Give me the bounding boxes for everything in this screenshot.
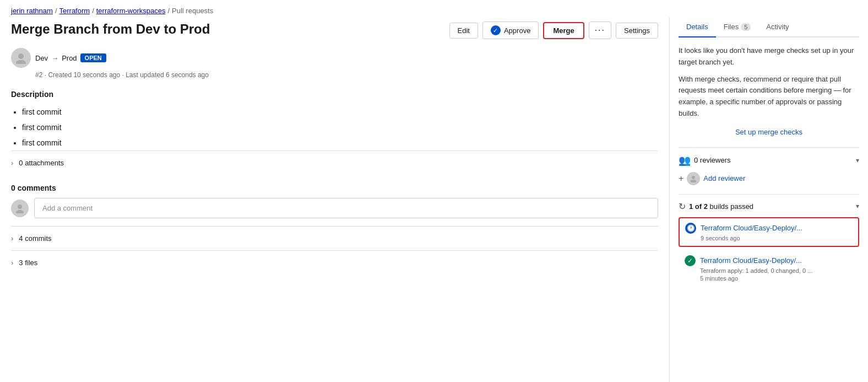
files-badge: 5: [741, 23, 751, 31]
commits-section[interactable]: › 4 commits: [11, 226, 658, 250]
branch-info: Dev → Prod OPEN: [35, 53, 106, 62]
breadcrumb-repo[interactable]: Terraform: [59, 7, 90, 15]
attachments-section[interactable]: › 0 attachments: [11, 150, 658, 175]
merge-checks-anchor[interactable]: Set up merge checks: [735, 128, 802, 136]
commits-count: 4 commits: [19, 234, 51, 243]
breadcrumb-subrepo[interactable]: terraform-workspaces: [96, 7, 166, 15]
divider-1: [679, 147, 859, 148]
tab-activity[interactable]: Activity: [758, 17, 796, 37]
branch-arrow: →: [51, 54, 58, 62]
breadcrumb: jerin rathnam / Terraform / terraform-wo…: [0, 0, 868, 17]
source-branch: Dev: [35, 54, 48, 62]
pr-sub-meta: #2 · Created 10 seconds ago · Last updat…: [35, 71, 658, 79]
comments-section: 0 comments Add a comment: [11, 184, 658, 218]
list-item: first commit: [22, 135, 658, 150]
svg-point-3: [16, 210, 24, 213]
info-text-1: It looks like you don't have merge check…: [679, 45, 859, 68]
reviewers-count: 0 reviewers: [694, 156, 730, 164]
breadcrumb-section: Pull requests: [172, 7, 213, 15]
files-count: 3 files: [19, 259, 37, 267]
reviewers-row: 👥 0 reviewers ▾: [679, 154, 859, 166]
files-section[interactable]: › 3 files: [11, 250, 658, 275]
right-panel: Details Files5 Activity It looks like yo…: [670, 17, 868, 382]
build-name-2: Terraform Cloud/Easy-Deploy/...: [700, 256, 853, 265]
chevron-right-icon: ›: [11, 159, 13, 167]
reviewer-avatar: [687, 172, 700, 185]
build-name-1: Terraform Cloud/Easy-Deploy/...: [701, 224, 853, 232]
svg-point-4: [692, 176, 695, 179]
approve-check-icon: ✓: [491, 25, 501, 35]
tab-details[interactable]: Details: [679, 17, 716, 37]
svg-point-0: [18, 53, 24, 59]
tab-files[interactable]: Files5: [716, 17, 759, 37]
builds-row: ↻ 1 of 2 builds passed ▾: [679, 201, 859, 212]
build-item-1[interactable]: 🕐 Terraform Cloud/Easy-Deploy/... 9 seco…: [679, 217, 859, 247]
reviewers-label: 👥 0 reviewers: [679, 154, 730, 166]
svg-point-1: [16, 60, 26, 64]
chevron-down-icon: ▾: [856, 157, 859, 164]
settings-button[interactable]: Settings: [616, 23, 658, 39]
builds-count-text: 1 of 2 builds passed: [689, 202, 753, 211]
pr-title: Merge Branch from Dev to Prod: [11, 21, 210, 37]
svg-point-2: [18, 205, 22, 209]
attachments-count: 0 attachments: [19, 159, 64, 167]
build-item-header-1: 🕐 Terraform Cloud/Easy-Deploy/...: [685, 223, 853, 234]
breadcrumb-user[interactable]: jerin rathnam: [11, 7, 53, 15]
build-status-passed-icon: ✓: [685, 255, 696, 266]
comment-avatar: [11, 200, 29, 217]
info-text-2: With merge checks, recommend or require …: [679, 74, 859, 120]
list-item: first commit: [22, 120, 658, 135]
target-branch: Prod: [62, 54, 77, 62]
add-reviewer-row[interactable]: + Add reviewer: [679, 172, 859, 185]
builds-chevron-icon: ▾: [856, 202, 859, 210]
list-item: first commit: [22, 104, 658, 120]
build-item-header-2: ✓ Terraform Cloud/Easy-Deploy/...: [685, 255, 853, 266]
comments-count: 0 comments: [11, 184, 658, 192]
reviewers-icon: 👥: [679, 154, 691, 166]
add-reviewer-label[interactable]: Add reviewer: [703, 174, 745, 182]
build-status-running-icon: 🕐: [685, 223, 696, 234]
avatar: [11, 48, 31, 68]
description-list: first commit first commit first commit: [11, 104, 658, 150]
chevron-right-icon: ›: [11, 234, 13, 243]
more-options-button[interactable]: ···: [589, 21, 611, 39]
build-item-2[interactable]: ✓ Terraform Cloud/Easy-Deploy/... Terraf…: [679, 250, 859, 287]
status-badge: OPEN: [80, 53, 106, 62]
merge-info-box: It looks like you don't have merge check…: [679, 45, 859, 120]
divider-2: [679, 194, 859, 195]
svg-point-5: [691, 180, 697, 182]
pr-meta-row: Dev → Prod OPEN: [11, 48, 658, 68]
builds-label: ↻ 1 of 2 builds passed: [679, 201, 753, 212]
chevron-right-icon: ›: [11, 259, 13, 267]
merge-checks-link[interactable]: Set up merge checks: [679, 127, 859, 136]
left-panel: Merge Branch from Dev to Prod Edit ✓ App…: [0, 17, 670, 382]
comment-input-row: Add a comment: [11, 198, 658, 218]
build-time-2: 5 minutes ago: [700, 275, 853, 282]
edit-button[interactable]: Edit: [449, 23, 478, 39]
approve-button[interactable]: ✓ Approve: [482, 21, 539, 39]
description-title: Description: [11, 90, 658, 99]
plus-icon: +: [679, 174, 683, 184]
build-time-1: 9 seconds ago: [701, 235, 853, 241]
build-detail-2: Terraform apply: 1 added, 0 changed, 0 .…: [700, 267, 853, 274]
merge-button[interactable]: Merge: [543, 22, 584, 39]
right-tabs: Details Files5 Activity: [679, 17, 859, 37]
builds-refresh-icon: ↻: [679, 201, 686, 212]
comment-input[interactable]: Add a comment: [34, 198, 658, 218]
